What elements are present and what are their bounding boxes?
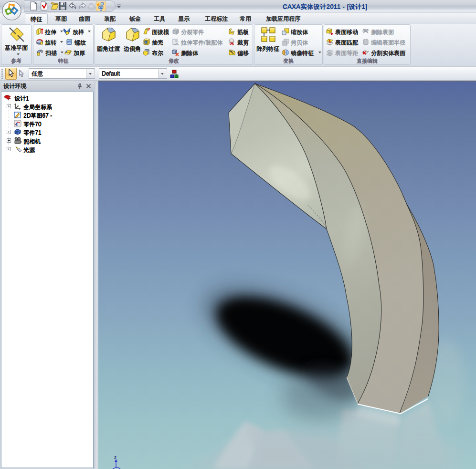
svg-text:z: z [114, 455, 116, 460]
